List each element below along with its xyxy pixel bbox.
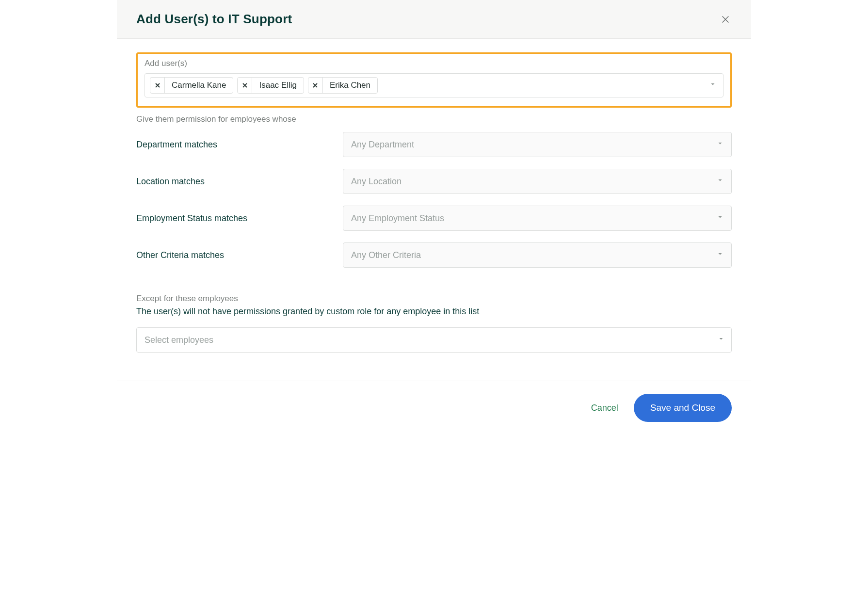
remove-user-button[interactable] <box>308 78 323 93</box>
criteria-select[interactable]: Any Department <box>343 132 732 157</box>
remove-user-button[interactable] <box>150 78 165 93</box>
criteria-placeholder: Any Location <box>351 177 402 187</box>
add-users-multiselect[interactable]: Carmella KaneIsaac ElligErika Chen <box>145 73 723 97</box>
criteria-label: Department matches <box>136 140 343 150</box>
chevron-down-icon <box>709 81 716 90</box>
user-chip: Carmella Kane <box>150 77 233 94</box>
criteria-row: Department matchesAny Department <box>136 132 732 157</box>
chevron-down-icon <box>717 177 723 186</box>
chevron-down-icon <box>717 140 723 149</box>
criteria-row: Location matchesAny Location <box>136 169 732 194</box>
cancel-button[interactable]: Cancel <box>589 400 620 416</box>
add-users-label: Add user(s) <box>145 59 723 68</box>
dialog-footer: Cancel Save and Close <box>117 381 751 436</box>
except-placeholder: Select employees <box>145 335 213 345</box>
chevron-down-icon <box>717 214 723 223</box>
chevron-down-icon <box>717 251 723 259</box>
user-chip-label: Carmella Kane <box>165 81 233 90</box>
user-chip: Isaac Ellig <box>237 77 304 94</box>
dialog-add-users: Add User(s) to IT Support Add user(s) Ca… <box>117 0 751 436</box>
user-chip-label: Isaac Ellig <box>252 81 303 90</box>
criteria-label: Employment Status matches <box>136 213 343 224</box>
criteria-select[interactable]: Any Location <box>343 169 732 194</box>
except-employees-select[interactable]: Select employees <box>136 327 732 353</box>
criteria-section: Department matchesAny DepartmentLocation… <box>136 132 732 268</box>
dialog-header: Add User(s) to IT Support <box>117 0 751 39</box>
remove-user-button[interactable] <box>238 78 252 93</box>
criteria-row: Employment Status matchesAny Employment … <box>136 206 732 231</box>
user-chip-label: Erika Chen <box>323 81 377 90</box>
criteria-label: Other Criteria matches <box>136 250 343 260</box>
close-icon <box>720 14 731 25</box>
user-chip: Erika Chen <box>308 77 378 94</box>
criteria-placeholder: Any Other Criteria <box>351 250 421 260</box>
dialog-body: Add user(s) Carmella KaneIsaac ElligErik… <box>117 39 751 381</box>
criteria-placeholder: Any Employment Status <box>351 213 444 224</box>
criteria-select[interactable]: Any Employment Status <box>343 206 732 231</box>
add-users-highlight: Add user(s) Carmella KaneIsaac ElligErik… <box>136 52 732 108</box>
criteria-select[interactable]: Any Other Criteria <box>343 242 732 268</box>
close-button[interactable] <box>719 13 732 26</box>
criteria-label: Location matches <box>136 177 343 187</box>
except-description: The user(s) will not have permissions gr… <box>136 306 732 317</box>
x-icon <box>155 82 161 88</box>
criteria-placeholder: Any Department <box>351 140 414 150</box>
permission-intro-text: Give them permission for employees whose <box>136 114 732 124</box>
x-icon <box>312 82 318 88</box>
save-and-close-button[interactable]: Save and Close <box>634 394 732 422</box>
except-label: Except for these employees <box>136 294 732 304</box>
chevron-down-icon <box>718 336 724 344</box>
x-icon <box>242 82 248 88</box>
dialog-title: Add User(s) to IT Support <box>136 12 292 27</box>
criteria-row: Other Criteria matchesAny Other Criteria <box>136 242 732 268</box>
